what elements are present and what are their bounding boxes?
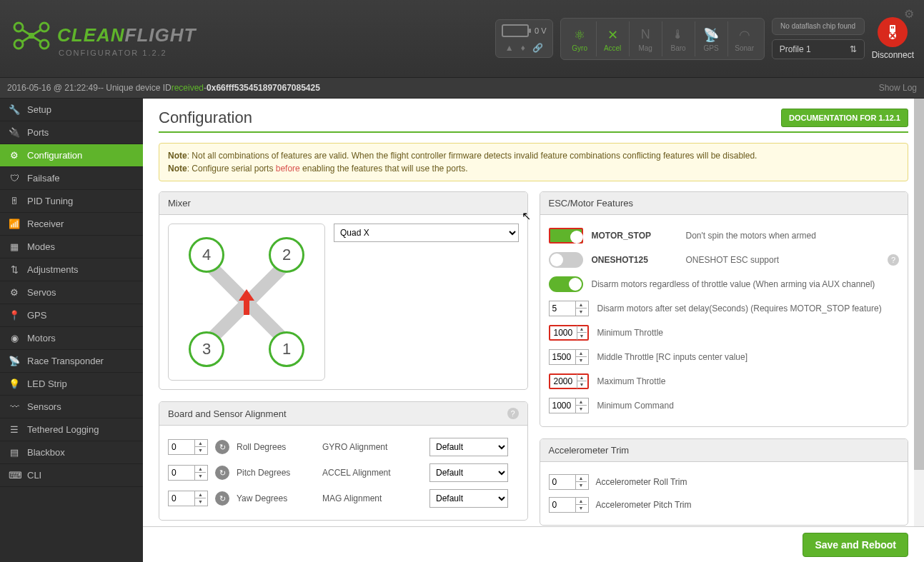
sensor-gyro[interactable]: ⚛Gyro	[564, 21, 597, 56]
number-input[interactable]: ▲▼	[549, 325, 589, 341]
sensor-mag[interactable]: NMag	[630, 21, 662, 56]
trim-row: ▲▼Accelerometer Pitch Trim	[549, 493, 900, 516]
sensor-baro[interactable]: 🌡Baro	[662, 21, 695, 56]
toggle-[interactable]	[549, 276, 583, 292]
configuration-icon: ⚙	[9, 150, 20, 161]
mixer-title: Mixer	[168, 198, 191, 209]
logo-text-b: FLIGHT	[125, 24, 197, 46]
esc-title: ESC/Motor Features	[549, 198, 634, 209]
sidebar-item-sensors[interactable]: 〰Sensors	[0, 396, 143, 418]
toggle-motor_stop[interactable]	[549, 228, 583, 244]
help-icon[interactable]: ?	[507, 408, 519, 419]
feature-row: Disarm motors regardless of throttle val…	[549, 272, 900, 296]
number-input[interactable]: ▲▼	[549, 497, 589, 513]
sidebar-item-gps[interactable]: 📍GPS	[0, 304, 143, 327]
motor-1: 1	[269, 331, 304, 367]
rotate-icon: ↻	[215, 466, 229, 480]
documentation-button[interactable]: DOCUMENTATION FOR 1.12.1	[781, 109, 908, 127]
pid-tuning-icon: 🎚	[9, 196, 20, 206]
led-strip-icon: 💡	[9, 378, 20, 389]
number-input[interactable]: ▲▼	[168, 465, 208, 481]
sidebar-item-tethered-logging[interactable]: ☰Tethered Logging	[0, 418, 143, 441]
sidebar-item-servos[interactable]: ⚙Servos	[0, 281, 143, 304]
link-icon[interactable]: 🔗	[532, 43, 543, 53]
failsafe-icon: 🛡	[9, 173, 20, 184]
sidebar-item-ports[interactable]: 🔌Ports	[0, 121, 143, 144]
spin-up-icon: ▲	[576, 350, 587, 357]
sidebar-item-led-strip[interactable]: 💡LED Strip	[0, 373, 143, 396]
toggle-oneshot125[interactable]	[549, 252, 583, 268]
sensor-accel[interactable]: ✕Accel	[597, 21, 630, 56]
number-input[interactable]: ▲▼	[549, 474, 589, 490]
gear-icon[interactable]: ⚙	[904, 7, 914, 21]
spin-up-icon: ▲	[576, 398, 587, 406]
alignment-select[interactable]: Default	[429, 463, 508, 482]
logo-text-a: CLEAN	[57, 24, 125, 46]
trim-row: ▲▼Accelerometer Roll Trim	[549, 471, 900, 493]
rotate-icon: ↻	[215, 440, 229, 454]
profile-select[interactable]: Profile 1⇅	[772, 39, 865, 59]
note-box: Note: Not all combinations of features a…	[159, 143, 908, 181]
svg-line-8	[34, 37, 41, 42]
alignment-select[interactable]: Default	[429, 438, 508, 456]
save-reboot-button[interactable]: Save and Reboot	[803, 533, 908, 557]
tethered-logging-icon: ☰	[9, 424, 20, 435]
scroll-thumb[interactable]	[914, 99, 924, 470]
number-input[interactable]: ▲▼	[168, 439, 208, 455]
sensors-icon: 〰	[9, 401, 20, 412]
sidebar-item-motors[interactable]: ◉Motors	[0, 327, 143, 350]
alignment-select[interactable]: Default	[429, 489, 508, 508]
sidebar-item-receiver[interactable]: 📶Receiver	[0, 213, 143, 236]
arrow-up-icon	[237, 288, 256, 316]
dataflash-chip[interactable]: No dataflash chip found	[772, 18, 865, 35]
page-title: Configuration	[159, 109, 252, 127]
sidebar-item-failsafe[interactable]: 🛡Failsafe	[0, 167, 143, 190]
sidebar-item-blackbox[interactable]: ▤Blackbox	[0, 441, 143, 464]
disconnect-button[interactable]: Disconnect	[872, 17, 914, 60]
chevron-updown-icon: ⇅	[850, 44, 857, 54]
spin-up-icon: ▲	[576, 301, 587, 308]
battery-voltage: 0 V	[535, 26, 547, 35]
spin-down-icon: ▼	[576, 357, 587, 364]
number-input[interactable]: ▲▼	[168, 491, 208, 506]
mixer-diagram: 1 2 3 4	[168, 224, 325, 381]
mixer-select[interactable]: Quad X	[334, 224, 519, 242]
profile-label: Profile 1	[780, 44, 811, 54]
battery-icon	[502, 24, 529, 37]
sidebar-item-setup[interactable]: 🔧Setup	[0, 99, 143, 121]
sidebar-item-modes[interactable]: ▦Modes	[0, 236, 143, 259]
feature-row: ▲▼Middle Throttle [RC inputs center valu…	[549, 345, 900, 369]
sensor-sonar[interactable]: ◠Sonar	[728, 21, 761, 56]
feature-row: ONESHOT125ONESHOT ESC support?	[549, 248, 900, 272]
motor-4: 4	[189, 237, 224, 273]
number-input[interactable]: ▲▼	[549, 373, 589, 389]
footer: Save and Reboot	[143, 526, 924, 562]
premium-icon[interactable]: ♦	[521, 43, 525, 53]
number-input[interactable]: ▲▼	[549, 398, 589, 413]
number-input[interactable]: ▲▼	[549, 349, 589, 365]
status-id: 0x66fff535451897067085425	[207, 83, 320, 93]
board-title: Board and Sensor Alignment	[168, 408, 287, 419]
disconnect-label: Disconnect	[872, 50, 914, 60]
accel-icon: ✕	[597, 26, 629, 44]
servos-icon: ⚙	[9, 287, 20, 298]
spin-up-icon: ▲	[576, 475, 587, 482]
sidebar-item-cli[interactable]: ⌨CLI	[0, 464, 143, 487]
scrollbar[interactable]	[914, 99, 924, 526]
sidebar-item-pid-tuning[interactable]: 🎚PID Tuning	[0, 190, 143, 213]
motor-3: 3	[189, 331, 224, 367]
help-icon[interactable]: ?	[888, 254, 899, 266]
warning-icon[interactable]: ▲	[505, 43, 514, 53]
svg-line-6	[34, 29, 41, 34]
number-input[interactable]: ▲▼	[549, 301, 589, 316]
note-link[interactable]: before	[276, 164, 300, 174]
usb-disconnect-icon	[878, 17, 908, 47]
showlog-button[interactable]: Show Log	[879, 83, 917, 93]
sensor-gps[interactable]: 📡GPS	[695, 21, 728, 56]
header: ⚙ CLEANFLIGHT CONFIGURATOR 1.2.2 0 V ▲ ♦…	[0, 0, 924, 77]
sidebar-item-configuration[interactable]: ⚙Configuration	[0, 144, 143, 167]
sensors-panel: ⚛Gyro✕AccelNMag🌡Baro📡GPS◠Sonar	[560, 18, 765, 60]
sidebar-item-adjustments[interactable]: ⇅Adjustments	[0, 259, 143, 281]
sidebar-item-race-transponder[interactable]: 📡Race Transponder	[0, 350, 143, 373]
svg-rect-10	[891, 26, 893, 29]
